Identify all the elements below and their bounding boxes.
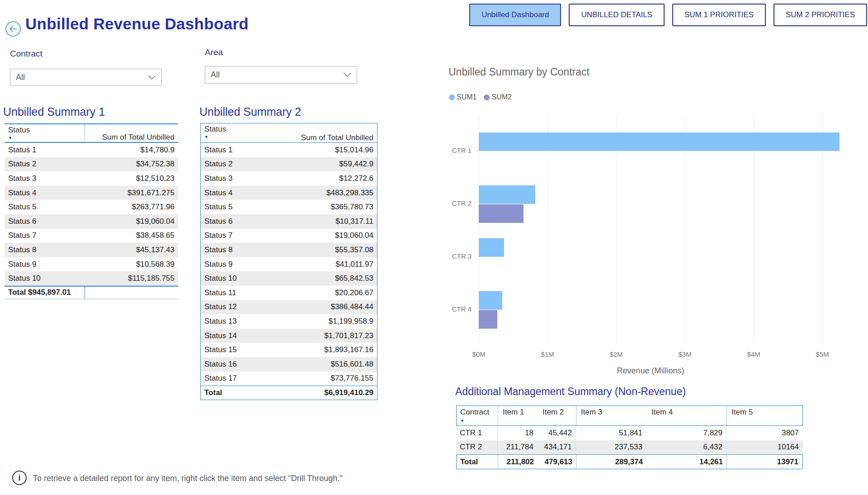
x-tick-label-5m: $5M — [809, 350, 836, 358]
summary2-row-status-16[interactable]: Status 16$516,601.48 — [201, 357, 377, 372]
summary1-value-cell: $115,185.755 — [85, 274, 178, 283]
summary2-value-cell: $516,601.48 — [269, 360, 377, 369]
summary1-status-column-header[interactable]: Status ▼ — [5, 124, 85, 142]
category-label-ctr-1: CTR 1 — [432, 146, 472, 154]
summary2-row-status-15[interactable]: Status 15$1,893,167.16 — [201, 343, 377, 357]
summary1-row-status-9[interactable]: Status 9$10,568.39 — [5, 257, 178, 272]
summary2-row-status-1[interactable]: Status 1$15,014.96 — [201, 143, 377, 157]
summary1-row-status-3[interactable]: Status 3$12,510.23 — [5, 171, 178, 186]
summary2-row-status-3[interactable]: Status 3$12,272.6 — [201, 171, 377, 186]
summary2-row-status-9[interactable]: Status 9$41,011.97 — [201, 257, 377, 272]
summary2-status-column-header[interactable]: Status ▼ — [201, 123, 269, 142]
bar-sum1-ctr-2[interactable] — [479, 185, 535, 204]
management-table-body: CTR 11845,44251,8417,8293807CTR 2211,784… — [456, 426, 803, 454]
management-total-item1: 211,802 — [498, 455, 538, 469]
summary2-total-row[interactable]: Total $6,919,410.29 — [201, 386, 377, 400]
summary2-title: Unbilled Summary 2 — [199, 105, 301, 118]
summary2-status-cell: Status 16 — [201, 360, 269, 369]
summary2-status-cell: Status 13 — [201, 317, 269, 326]
bar-sum2-ctr-4[interactable] — [479, 310, 497, 329]
summary2-row-status-7[interactable]: Status 7$19,060.04 — [201, 229, 377, 243]
summary1-row-status-6[interactable]: Status 6$19,060.04 — [5, 214, 178, 229]
summary1-status-cell: Status 8 — [5, 245, 85, 255]
summary2-status-cell: Status 11 — [201, 288, 269, 297]
summary2-status-cell: Status 8 — [201, 245, 269, 255]
summary1-value-cell: $10,568.39 — [85, 260, 178, 269]
management-item5-column-header[interactable]: Item 5 — [727, 406, 802, 425]
x-tick-label-1m: $1M — [534, 350, 561, 358]
summary2-row-status-8[interactable]: Status 8$55,357.08 — [201, 243, 377, 257]
management-item2-column-header[interactable]: Item 2 — [538, 406, 576, 425]
chart-title: Unbilled Summary by Contract — [448, 66, 590, 78]
summary2-row-status-2[interactable]: Status 2$59,442.9 — [201, 157, 377, 172]
contract-dropdown[interactable]: All — [10, 69, 162, 86]
summary2-value-cell: $1,701,817.23 — [269, 331, 377, 340]
legend-item-sum2[interactable]: SUM2 — [484, 93, 511, 101]
category-label-ctr-3: CTR 3 — [432, 252, 472, 260]
bar-sum2-ctr-2[interactable] — [479, 204, 524, 223]
summary1-row-status-1[interactable]: Status 1$14,780.9 — [5, 143, 178, 157]
management-row-ctr-2[interactable]: CTR 2211,784434,171237,5336,43210164 — [456, 440, 803, 455]
summary2-status-cell: Status 4 — [201, 189, 269, 198]
summary2-value-cell: $19,060.04 — [269, 231, 377, 240]
x-tick-label-2m: $2M — [603, 350, 630, 358]
summary2-value-cell: $1,893,167.16 — [269, 345, 377, 354]
legend-item-sum1[interactable]: SUM1 — [449, 93, 476, 101]
x-tick-label-4m: $4M — [740, 350, 767, 358]
summary2-row-status-6[interactable]: Status 6$10,317.11 — [201, 214, 377, 229]
summary2-row-status-14[interactable]: Status 14$1,701,817.23 — [201, 329, 377, 343]
chart-plot: $0M$1M$2M$3M$4M$5M — [479, 114, 854, 368]
nav-tab-unbilled-dashboard[interactable]: Unbilled Dashboard — [469, 4, 561, 26]
summary2-row-status-11[interactable]: Status 11$20,206.67 — [201, 286, 377, 300]
summary1-row-status-7[interactable]: Status 7$38,458.65 — [5, 229, 178, 243]
management-contract-column-header[interactable]: Contract ▲ — [457, 406, 498, 425]
summary1-row-status-8[interactable]: Status 8$45,137.43 — [5, 243, 178, 257]
x-tick-label-3m: $3M — [671, 350, 698, 358]
bar-sum1-ctr-1[interactable] — [479, 132, 840, 151]
summary1-status-header-label: Status — [8, 126, 85, 135]
management-item4-column-header[interactable]: Item 4 — [647, 406, 727, 425]
summary1-status-cell: Status 4 — [5, 189, 85, 198]
legend-dot-sum1 — [449, 94, 455, 100]
summary1-status-cell: Status 9 — [5, 260, 85, 269]
management-item3-column-header[interactable]: Item 3 — [576, 406, 647, 425]
summary1-row-status-4[interactable]: Status 4$391,671.275 — [5, 186, 178, 200]
summary2-table: Status ▼ Sum of Total Unbilled Status 1$… — [200, 123, 377, 400]
summary2-row-status-10[interactable]: Status 10$65,842.53 — [201, 271, 377, 286]
nav-tab-sum-2-priorities[interactable]: SUM 2 PRIORITIES — [774, 4, 867, 26]
area-dropdown[interactable]: All — [205, 66, 357, 84]
summary2-value-cell: $65,842.53 — [269, 274, 377, 283]
summary2-value-column-header[interactable]: Sum of Total Unbilled — [269, 123, 377, 142]
area-filter-label: Area — [205, 47, 223, 57]
summary1-total-row[interactable]: Total $945,897.01 — [5, 286, 178, 299]
summary2-total-value: $6,919,410.29 — [269, 388, 377, 397]
summary1-row-status-2[interactable]: Status 2$34,752.38 — [5, 157, 178, 172]
summary1-value-column-header[interactable]: Sum of Total Unbilled — [85, 124, 178, 142]
nav-tab-sum-1-priorities[interactable]: SUM 1 PRIORITIES — [672, 4, 766, 26]
summary2-value-cell: $15,014.96 — [269, 146, 377, 155]
summary1-status-cell: Status 2 — [5, 160, 85, 169]
management-cell: 6,432 — [646, 440, 726, 455]
summary2-value-cell: $1,199,958.9 — [269, 317, 377, 326]
summary2-row-status-12[interactable]: Status 12$386,484.44 — [201, 300, 377, 315]
back-arrow-icon[interactable] — [5, 20, 22, 38]
management-row-ctr-1[interactable]: CTR 11845,44251,8417,8293807 — [456, 426, 803, 440]
nav-tab-unbilled-details[interactable]: UNBILLED DETAILS — [569, 4, 664, 26]
footer-note: To retrieve a detailed report for any it… — [33, 474, 343, 483]
summary2-value-cell: $55,357.08 — [269, 245, 377, 255]
summary1-status-cell: Status 5 — [5, 203, 85, 212]
summary2-status-cell: Status 14 — [201, 331, 269, 340]
summary2-row-status-17[interactable]: Status 17$73,776.155 — [201, 372, 377, 386]
summary1-row-status-10[interactable]: Status 10$115,185.755 — [5, 271, 178, 286]
summary2-value-header-label: Sum of Total Unbilled — [301, 133, 373, 142]
bar-sum1-ctr-3[interactable] — [479, 238, 504, 257]
summary2-row-status-5[interactable]: Status 5$365,780.73 — [201, 200, 377, 214]
summary2-row-status-13[interactable]: Status 13$1,199,958.9 — [201, 314, 377, 329]
management-total-row[interactable]: Total 211,802 479,613 289,374 14,261 139… — [456, 454, 803, 469]
management-cell: 434,171 — [538, 440, 576, 455]
summary1-row-status-5[interactable]: Status 5$263,771.96 — [5, 200, 178, 214]
summary2-row-status-4[interactable]: Status 4$483,298.335 — [201, 186, 377, 200]
management-item1-column-header[interactable]: Item 1 — [498, 406, 538, 425]
bar-sum1-ctr-4[interactable] — [479, 291, 502, 310]
summary1-value-cell: $34,752.38 — [85, 160, 178, 169]
